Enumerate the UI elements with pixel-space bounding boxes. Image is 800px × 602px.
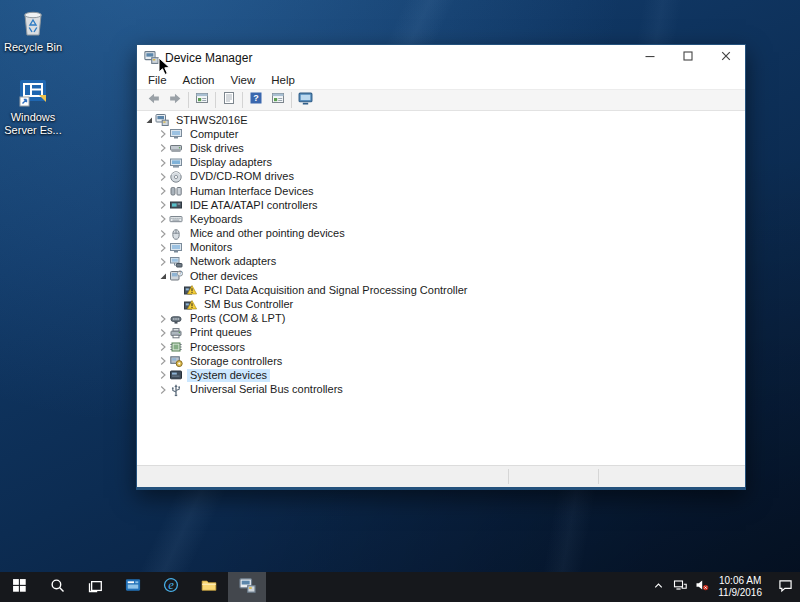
internet-explorer-button[interactable]: e	[152, 572, 190, 602]
tree-item[interactable]: Monitors	[137, 241, 745, 255]
scan-hardware-icon	[298, 91, 313, 110]
device-manager-icon	[144, 50, 159, 65]
chevron-collapsed-icon[interactable]	[157, 341, 169, 353]
keyboard-icon	[169, 213, 183, 226]
desktop-icon-area: Recycle BinWindows Server Es...	[0, 6, 66, 159]
close-button[interactable]	[707, 45, 745, 70]
server-manager-icon	[125, 577, 141, 597]
tree-item[interactable]: Print queues	[137, 326, 745, 340]
chevron-collapsed-icon[interactable]	[157, 142, 169, 154]
menu-help[interactable]: Help	[263, 72, 303, 88]
toolbar-separator	[242, 92, 243, 108]
tree-item-label: Computer	[187, 128, 241, 141]
maximize-icon	[681, 49, 695, 67]
chevron-collapsed-icon[interactable]	[157, 128, 169, 140]
tree-item[interactable]: Processors	[137, 340, 745, 354]
tree-item-label: STHWS2016E	[173, 114, 251, 127]
chevron-expanded-icon[interactable]	[143, 114, 155, 126]
tree-item[interactable]: Computer	[137, 127, 745, 141]
tree-item[interactable]: Ports (COM & LPT)	[137, 312, 745, 326]
chevron-collapsed-icon[interactable]	[157, 384, 169, 396]
tree-item[interactable]: Network adapters	[137, 255, 745, 269]
recycle-bin-icon	[17, 6, 49, 38]
chevron-collapsed-icon[interactable]	[157, 369, 169, 381]
tree-item[interactable]: Storage controllers	[137, 354, 745, 368]
tree-item-label: Universal Serial Bus controllers	[187, 383, 346, 396]
tree-item[interactable]: SM Bus Controller	[137, 297, 745, 311]
volume-status[interactable]	[691, 572, 713, 602]
task-view-button[interactable]	[76, 572, 114, 602]
help-button[interactable]: ?	[245, 90, 267, 110]
window-titlebar[interactable]: Device Manager	[137, 45, 745, 70]
unknown-device-warning-icon	[183, 284, 197, 297]
network-status[interactable]	[669, 572, 691, 602]
tree-item[interactable]: Mice and other pointing devices	[137, 227, 745, 241]
chevron-expanded-icon[interactable]	[157, 270, 169, 282]
tree-item[interactable]: ?Other devices	[137, 269, 745, 283]
chevron-spacer	[171, 299, 183, 311]
chevron-collapsed-icon[interactable]	[157, 185, 169, 197]
desktop-icon-label: Windows Server Es...	[2, 111, 64, 137]
tree-item[interactable]: Universal Serial Bus controllers	[137, 383, 745, 397]
device-manager-button[interactable]	[228, 572, 266, 602]
maximize-button[interactable]	[669, 45, 707, 70]
tree-item[interactable]: IDE ATA/ATAPI controllers	[137, 198, 745, 212]
chevron-collapsed-icon[interactable]	[157, 228, 169, 240]
search-button[interactable]	[38, 572, 76, 602]
file-explorer-button[interactable]	[190, 572, 228, 602]
search-icon	[50, 578, 65, 597]
menu-view[interactable]: View	[223, 72, 264, 88]
chevron-collapsed-icon[interactable]	[157, 171, 169, 183]
action-center-button[interactable]	[770, 572, 800, 602]
tree-item-label: Storage controllers	[187, 355, 285, 368]
tray-expand-button[interactable]	[647, 572, 669, 602]
tree-item[interactable]: DVD/CD-ROM drives	[137, 170, 745, 184]
print-queue-icon	[169, 326, 183, 339]
menu-action[interactable]: Action	[175, 72, 223, 88]
device-tree: STHWS2016EComputerDisk drivesDisplay ada…	[137, 111, 745, 467]
network-tray-icon	[673, 578, 687, 596]
back-button[interactable]	[142, 90, 164, 110]
console-tree-icon	[271, 91, 285, 109]
windows-server-shortcut[interactable]: Windows Server Es...	[0, 76, 66, 137]
chevron-up-icon	[652, 578, 665, 596]
tree-item-label: Network adapters	[187, 255, 279, 268]
tree-item[interactable]: Human Interface Devices	[137, 184, 745, 198]
tree-item[interactable]: Disk drives	[137, 141, 745, 155]
tree-item[interactable]: Keyboards	[137, 212, 745, 226]
properties-icon	[222, 91, 236, 109]
console-tree-icon	[195, 91, 209, 109]
chevron-collapsed-icon[interactable]	[157, 313, 169, 325]
hid-icon	[169, 185, 183, 198]
tree-item[interactable]: Display adapters	[137, 156, 745, 170]
help-icon: ?	[249, 91, 263, 109]
chevron-collapsed-icon[interactable]	[157, 213, 169, 225]
tree-item-label: Monitors	[187, 241, 235, 254]
chevron-collapsed-icon[interactable]	[157, 355, 169, 367]
chevron-collapsed-icon[interactable]	[157, 199, 169, 211]
tree-item[interactable]: System devices	[137, 368, 745, 382]
chevron-collapsed-icon[interactable]	[157, 157, 169, 169]
scan-hardware-button[interactable]	[294, 90, 316, 110]
forward-button[interactable]	[164, 90, 186, 110]
tree-item-label: Display adapters	[187, 156, 275, 169]
tree-item-label: Print queues	[187, 326, 255, 339]
taskbar-clock[interactable]: 10:06 AM11/9/2016	[718, 575, 762, 599]
ports-icon	[169, 312, 183, 325]
tree-item[interactable]: STHWS2016E	[137, 113, 745, 127]
chevron-collapsed-icon[interactable]	[157, 327, 169, 339]
unknown-device-warning-icon	[183, 298, 197, 311]
menu-file[interactable]: File	[140, 72, 175, 88]
console-window-button[interactable]	[267, 90, 289, 110]
chevron-collapsed-icon[interactable]	[157, 242, 169, 254]
recycle-bin[interactable]: Recycle Bin	[0, 6, 66, 54]
minimize-button[interactable]	[631, 45, 669, 70]
properties-button[interactable]	[218, 90, 240, 110]
console-tree-button[interactable]	[191, 90, 213, 110]
display-adapter-icon	[169, 156, 183, 169]
ide-controller-icon	[169, 199, 183, 212]
server-manager-button[interactable]	[114, 572, 152, 602]
tree-item[interactable]: PCI Data Acquisition and Signal Processi…	[137, 283, 745, 297]
start-button[interactable]	[0, 572, 38, 602]
chevron-collapsed-icon[interactable]	[157, 256, 169, 268]
